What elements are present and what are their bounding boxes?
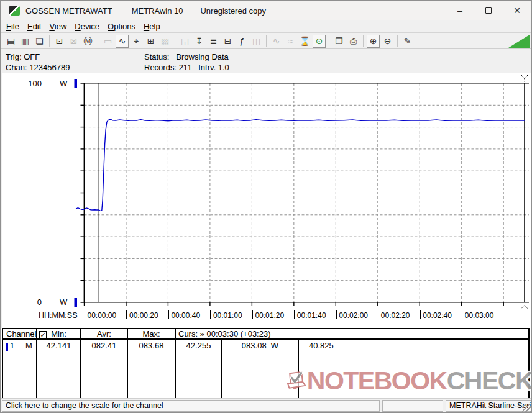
crosshair-view-icon[interactable]: ⌖ [130,35,143,48]
x-tick-mark [420,310,421,319]
memory-read-icon[interactable]: Ⓜ [81,35,94,48]
x-tick-label: 00:02:20 [381,311,410,320]
x-tick-mark [210,310,211,319]
device-read-icon[interactable]: ⊡ [53,35,66,48]
maximize-icon [485,7,492,14]
x-tick-mark [85,310,86,319]
menu-item-edit[interactable]: Edit [27,21,47,32]
col-header-channel: Channel: [2,328,36,340]
time-record-icon[interactable]: ⌛ [298,35,311,48]
records-status: Records: 211 Intrv. 1.0 [144,63,229,72]
numeric-display-icon: ▭ [101,35,114,48]
x-tick-mark [336,310,337,319]
x-tick-mark [168,310,169,319]
value-cursor2-unit: W [271,341,278,350]
toolbar-separator [98,35,98,47]
value-cursor2-cell: 083.08 W [221,340,298,398]
col-header-cursor: Curs: » 00:03:30 (+03:23) [175,328,530,340]
channel-mode: M [25,341,32,350]
x-tick-mark [462,310,463,319]
zoom-time-icon[interactable]: ⊕ [367,35,380,48]
toolbar-separator [49,35,50,47]
value-cursor2: 083.08 [242,341,267,350]
statusbar-middle [382,400,443,412]
copy-window-icon: ◱ [178,35,191,48]
toolbar-separator [329,35,329,47]
trend-chart[interactable]: 100 W 0 W HH:MM:SS 00:00:0000:00:2000:00… [2,73,531,328]
statusbar-hint: Click here to change the scale for the c… [2,400,380,412]
save-icon[interactable]: ▤ [4,35,17,48]
x-tick-label: 00:01:40 [297,311,326,320]
channel-row-id[interactable]: 1 M [2,340,36,398]
value-max: 083.68 [127,340,175,398]
status-bar: Click here to change the scale for the c… [1,398,531,413]
channel-visible-checkbox[interactable]: ✓ [39,331,47,338]
col-header-avr: Avr: [80,328,127,340]
menu-item-options[interactable]: Options [107,21,141,32]
brand-corner-icon [508,35,530,48]
menu-item-view[interactable]: View [48,21,72,32]
x-tick-label: 00:01:00 [213,311,242,320]
screen-save-icon[interactable]: ↧ [193,35,206,48]
close-button[interactable]: ✕ [503,1,531,20]
dense-wave-icon: ≈ [284,35,297,48]
title-bar: GOSSEN METRAWATT METRAwin 10 Unregistere… [1,1,531,20]
x-tick-label: 00:00:40 [171,311,200,320]
x-tick-label: 00:03:00 [465,311,494,320]
x-axis-caption: HH:MM:SS [39,311,78,320]
col-header-min: ✓ Min: [36,328,80,340]
live-record-icon[interactable]: ⊙ [313,35,326,48]
toolbar-separator [397,35,398,47]
save-as-icon[interactable]: ▥ [19,35,32,48]
print-preview-icon[interactable]: ❐ [332,35,346,48]
display-settings-icon[interactable]: ⊟ [221,35,234,48]
trigger-status: Trig: OFF [6,52,40,61]
zoom-free-icon[interactable]: ⊖ [381,35,394,48]
x-tick-label: 00:00:20 [129,311,158,320]
print-icon[interactable]: ⎙ [347,35,360,48]
value-extra: 40.825 [298,340,530,398]
device-display-icon: ◫ [250,35,263,48]
title-brand: GOSSEN METRAWATT [25,6,112,16]
channel-color-marker [6,343,8,351]
app-logo-icon [9,6,20,16]
formula-icon[interactable]: ƒ [236,35,249,48]
browse-status: Status: Browsing Data [144,52,229,61]
x-tick-mark [294,310,295,319]
annotation-icon[interactable]: ✎ [401,35,414,48]
x-tick-label: 00:01:20 [255,311,284,320]
x-tick-label: 00:00:00 [88,311,117,320]
waveform-view-icon[interactable]: ∿ [116,35,129,48]
maximize-button[interactable] [474,1,503,20]
app-window: GOSSEN METRAWATT METRAwin 10 Unregistere… [0,0,532,413]
channel-settings-icon[interactable]: ≣ [207,35,220,48]
menu-item-file[interactable]: File [6,21,25,32]
channel-list: Chan: 123456789 [6,63,70,72]
table-view-icon[interactable]: ⊞ [144,35,157,48]
value-min: 42.141 [36,340,80,398]
toolbar-separator [363,35,364,47]
open-folder-icon[interactable]: ❏ [33,35,46,48]
value-avr: 082.41 [80,340,127,398]
menu-item-help[interactable]: Help [143,21,166,32]
menu-item-device[interactable]: Device [74,21,105,32]
device-disconnect-icon: ⊠ [67,35,80,48]
x-axis-labels: HH:MM:SS 00:00:0000:00:2000:00:4000:01:0… [2,73,531,328]
x-tick-label: 00:02:40 [423,311,452,320]
value-cursor1: 42.255 [175,340,221,398]
x-tick-mark [252,310,253,319]
minimize-button[interactable]: – [446,1,474,20]
resize-grip[interactable] [522,404,531,413]
status-strip: Trig: OFF Chan: 123456789 Status: Browsi… [1,50,531,73]
statusbar-device: METRAHit Starline-Seri [446,400,531,412]
license-note: Unregistered copy [200,6,266,16]
menu-bar: FileEditViewDeviceOptionsHelp [1,20,531,33]
x-tick-label: 00:02:00 [339,311,368,320]
channel-table: Channel: ✓ Min: Avr: Max: Curs: » 00:03:… [1,328,532,398]
toolbar-separator [266,35,267,47]
col-header-max: Max: [127,328,175,340]
histogram-view-icon: ▨ [158,35,172,48]
analog-wave-icon: ∿ [270,35,283,48]
x-tick-mark [378,310,379,319]
toolbar-separator [175,35,175,47]
